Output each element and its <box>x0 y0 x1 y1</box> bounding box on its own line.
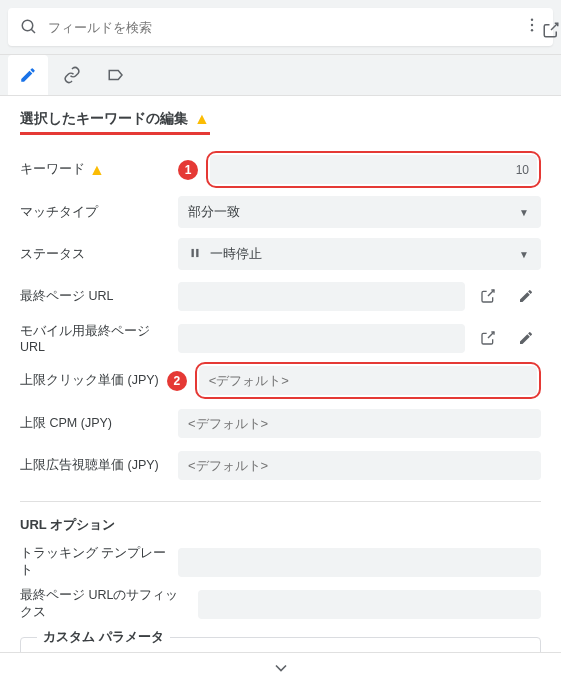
final-url-suffix-label: 最終ページ URLのサフィックス <box>20 587 190 621</box>
tab-edit[interactable] <box>8 55 48 95</box>
max-cpm-label: 上限 CPM (JPY) <box>20 415 170 432</box>
chevron-down-icon: ▼ <box>519 249 529 260</box>
search-icon <box>20 18 38 36</box>
chevron-down-icon: ▼ <box>519 207 529 218</box>
warning-icon: ▲ <box>194 110 210 128</box>
svg-rect-6 <box>196 248 198 256</box>
svg-rect-5 <box>192 248 194 256</box>
final-url-input[interactable] <box>178 282 465 311</box>
mobile-final-url-input[interactable] <box>178 324 465 353</box>
max-cpc-label: 上限クリック単価 (JPY) <box>20 372 159 389</box>
annotation-badge-1: 1 <box>178 160 198 180</box>
open-mobile-url-button[interactable] <box>473 323 503 353</box>
url-options-title: URL オプション <box>20 516 541 534</box>
final-url-label: 最終ページ URL <box>20 288 170 305</box>
open-url-button[interactable] <box>473 281 503 311</box>
expand-button[interactable] <box>0 652 561 682</box>
max-cpc-input[interactable] <box>199 366 537 395</box>
custom-params-title: カスタム パラメータ <box>37 628 170 646</box>
edit-url-button[interactable] <box>511 281 541 311</box>
tracking-template-input[interactable] <box>178 548 541 577</box>
svg-point-2 <box>531 19 533 21</box>
max-cpv-input[interactable] <box>178 451 541 480</box>
tab-label[interactable] <box>96 55 136 95</box>
svg-line-1 <box>31 29 35 33</box>
match-type-select[interactable]: 部分一致 ▼ <box>178 196 541 228</box>
max-cpv-label: 上限広告視聴単価 (JPY) <box>20 457 170 474</box>
svg-point-4 <box>531 29 533 31</box>
svg-point-0 <box>22 20 33 31</box>
edit-mobile-url-button[interactable] <box>511 323 541 353</box>
keyword-input[interactable] <box>210 155 537 184</box>
keyword-counter: 10 <box>516 163 529 177</box>
warning-icon: ▲ <box>89 161 105 179</box>
max-cpm-input[interactable] <box>178 409 541 438</box>
status-select[interactable]: 一時停止 ▼ <box>178 238 541 270</box>
status-label: ステータス <box>20 246 170 263</box>
section-title: 選択したキーワードの編集 ▲ <box>20 110 210 135</box>
annotation-badge-2: 2 <box>167 371 187 391</box>
open-in-new-icon[interactable] <box>537 16 561 44</box>
match-type-label: マッチタイプ <box>20 204 170 221</box>
tab-link[interactable] <box>52 55 92 95</box>
tracking-template-label: トラッキング テンプレート <box>20 545 170 579</box>
search-input[interactable] <box>48 20 513 35</box>
final-url-suffix-input[interactable] <box>198 590 541 619</box>
keyword-label: キーワード ▲ <box>20 161 170 179</box>
svg-point-3 <box>531 24 533 26</box>
pause-icon <box>188 246 202 263</box>
mobile-final-url-label: モバイル用最終ページ URL <box>20 323 170 354</box>
section-title-text: 選択したキーワードの編集 <box>20 110 188 128</box>
